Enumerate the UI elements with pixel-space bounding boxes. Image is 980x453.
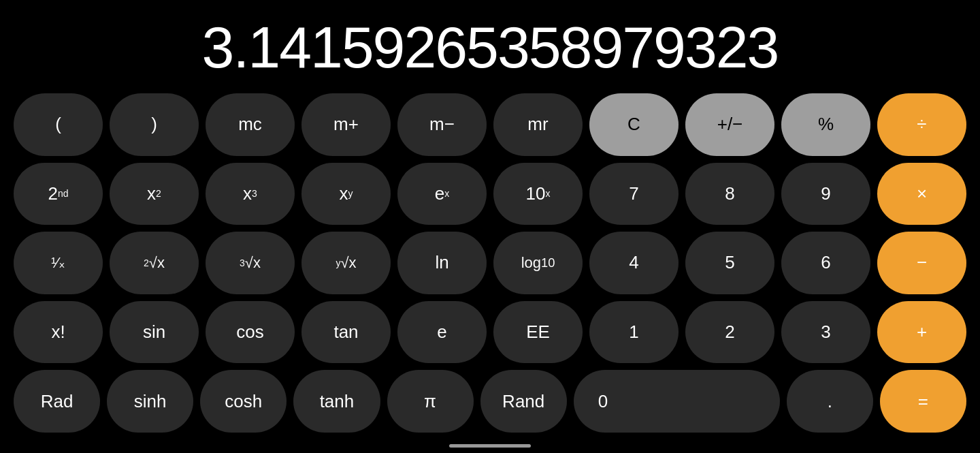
rand-button[interactable]: Rand: [480, 370, 567, 433]
ee-button[interactable]: EE: [493, 301, 583, 364]
multiply-button[interactable]: ×: [877, 163, 966, 225]
ln-button[interactable]: ln: [397, 232, 487, 294]
open-paren-button[interactable]: (: [14, 93, 103, 156]
display-area: 3.14159265358979323: [0, 0, 980, 88]
clear-button[interactable]: C: [589, 93, 679, 156]
home-indicator: [449, 444, 531, 448]
sqrty-button[interactable]: y√x: [301, 232, 391, 294]
cos-button[interactable]: cos: [206, 301, 295, 364]
tanh-button[interactable]: tanh: [293, 370, 380, 433]
divide-button[interactable]: ÷: [877, 93, 966, 156]
rad-button[interactable]: Rad: [14, 370, 100, 433]
sin-button[interactable]: sin: [110, 301, 199, 364]
m-plus-button[interactable]: m+: [301, 93, 391, 156]
zero-button[interactable]: 0: [574, 370, 780, 433]
plus-minus-button[interactable]: +/−: [685, 93, 774, 156]
add-button[interactable]: +: [877, 301, 966, 364]
seven-button[interactable]: 7: [589, 163, 679, 225]
second-button[interactable]: 2nd: [14, 163, 103, 225]
factorial-button[interactable]: x!: [14, 301, 103, 364]
percent-button[interactable]: %: [781, 93, 870, 156]
nine-button[interactable]: 9: [781, 163, 870, 225]
pi-button[interactable]: π: [387, 370, 474, 433]
one-over-x-button[interactable]: ¹⁄ₓ: [14, 232, 103, 294]
x-squared-button[interactable]: x2: [110, 163, 199, 225]
three-button[interactable]: 3: [781, 301, 870, 364]
six-button[interactable]: 6: [781, 232, 870, 294]
ten-x-button[interactable]: 10x: [493, 163, 583, 225]
display-value: 3.14159265358979323: [202, 14, 779, 81]
x-cubed-button[interactable]: x3: [206, 163, 295, 225]
m-minus-button[interactable]: m−: [397, 93, 487, 156]
two-button[interactable]: 2: [685, 301, 774, 364]
tan-button[interactable]: tan: [301, 301, 391, 364]
log10-button[interactable]: log10: [493, 232, 583, 294]
row-1: ( ) mc m+ m− mr C +/− % ÷: [14, 93, 966, 156]
e-button[interactable]: e: [397, 301, 487, 364]
e-x-button[interactable]: ex: [397, 163, 487, 225]
equals-button[interactable]: =: [880, 370, 966, 433]
x-y-button[interactable]: xy: [301, 163, 391, 225]
row-3: ¹⁄ₓ 2√x 3√x y√x ln log10 4 5 6 −: [14, 232, 966, 294]
sqrt3-button[interactable]: 3√x: [206, 232, 295, 294]
row-2: 2nd x2 x3 xy ex 10x 7 8 9 ×: [14, 163, 966, 225]
five-button[interactable]: 5: [685, 232, 774, 294]
four-button[interactable]: 4: [589, 232, 679, 294]
sinh-button[interactable]: sinh: [107, 370, 193, 433]
close-paren-button[interactable]: ): [110, 93, 199, 156]
cosh-button[interactable]: cosh: [200, 370, 287, 433]
keypad: ( ) mc m+ m− mr C +/− % ÷ 2nd x2 x3 xy e…: [0, 88, 980, 453]
eight-button[interactable]: 8: [685, 163, 774, 225]
decimal-button[interactable]: .: [787, 370, 873, 433]
sqrt2-button[interactable]: 2√x: [110, 232, 199, 294]
row-4: x! sin cos tan e EE 1 2 3 +: [14, 301, 966, 364]
subtract-button[interactable]: −: [877, 232, 966, 294]
mc-button[interactable]: mc: [206, 93, 295, 156]
row-5: Rad sinh cosh tanh π Rand 0 . =: [14, 370, 966, 433]
one-button[interactable]: 1: [589, 301, 679, 364]
mr-button[interactable]: mr: [493, 93, 583, 156]
